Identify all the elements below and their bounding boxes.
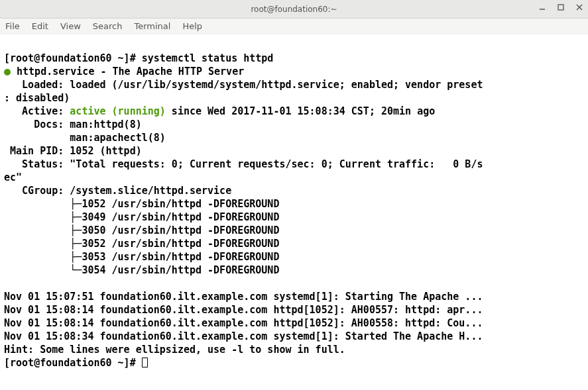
minimize-icon[interactable] <box>538 3 547 12</box>
menu-view[interactable]: View <box>60 21 81 31</box>
log-line: Nov 01 15:07:51 foundation60.ilt.example… <box>4 291 483 303</box>
status-line-2: ec" <box>4 171 22 183</box>
cursor-icon <box>142 358 148 367</box>
docs-line-2: man:apachectl(8) <box>4 132 166 144</box>
window-title: root@foundation60:~ <box>251 5 337 14</box>
active-label: Active: <box>4 105 70 117</box>
service-line: httpd.service - The Apache HTTP Server <box>11 66 244 77</box>
window-controls <box>538 3 584 12</box>
process-line: ├─3050 /usr/sbin/httpd -DFOREGROUND <box>4 224 279 236</box>
menu-terminal[interactable]: Terminal <box>134 21 170 31</box>
prompt: [root@foundation60 ~]# <box>4 357 142 369</box>
menu-edit[interactable]: Edit <box>32 21 48 31</box>
svg-rect-1 <box>558 5 563 10</box>
status-dot-icon <box>4 69 11 75</box>
menu-search[interactable]: Search <box>93 21 123 31</box>
status-line: Status: "Total requests: 0; Current requ… <box>4 158 483 170</box>
active-status: active (running) <box>70 105 166 117</box>
command-text: systemctl status httpd <box>142 52 274 64</box>
process-line: ├─3052 /usr/sbin/httpd -DFOREGROUND <box>4 238 279 250</box>
close-icon[interactable] <box>575 3 584 12</box>
process-line: ├─3053 /usr/sbin/httpd -DFOREGROUND <box>4 251 279 263</box>
active-rest: since Wed 2017-11-01 15:08:34 CST; 20min… <box>166 105 435 117</box>
process-line: ├─3049 /usr/sbin/httpd -DFOREGROUND <box>4 211 279 223</box>
disabled-line: : disabled) <box>4 92 70 104</box>
menu-file[interactable]: File <box>5 21 20 31</box>
loaded-line: Loaded: loaded (/usr/lib/systemd/system/… <box>4 79 483 91</box>
mainpid-line: Main PID: 1052 (httpd) <box>4 145 142 157</box>
maximize-icon[interactable] <box>556 3 565 12</box>
hint-line: Hint: Some lines were ellipsized, use -l… <box>4 344 345 356</box>
docs-line-1: Docs: man:httpd(8) <box>4 119 142 130</box>
log-line: Nov 01 15:08:14 foundation60.ilt.example… <box>4 317 483 329</box>
process-line: └─3054 /usr/sbin/httpd -DFOREGROUND <box>4 264 279 276</box>
prompt: [root@foundation60 ~]# <box>4 52 142 64</box>
menubar: File Edit View Search Terminal Help <box>0 19 588 34</box>
menu-help[interactable]: Help <box>182 21 202 31</box>
cgroup-line: CGroup: /system.slice/httpd.service <box>4 185 231 197</box>
terminal-output[interactable]: [root@foundation60 ~]# systemctl status … <box>0 34 588 369</box>
log-line: Nov 01 15:08:34 foundation60.ilt.example… <box>4 330 483 342</box>
window-titlebar: root@foundation60:~ <box>0 0 588 19</box>
log-line: Nov 01 15:08:14 foundation60.ilt.example… <box>4 304 483 316</box>
process-line: ├─1052 /usr/sbin/httpd -DFOREGROUND <box>4 198 279 210</box>
